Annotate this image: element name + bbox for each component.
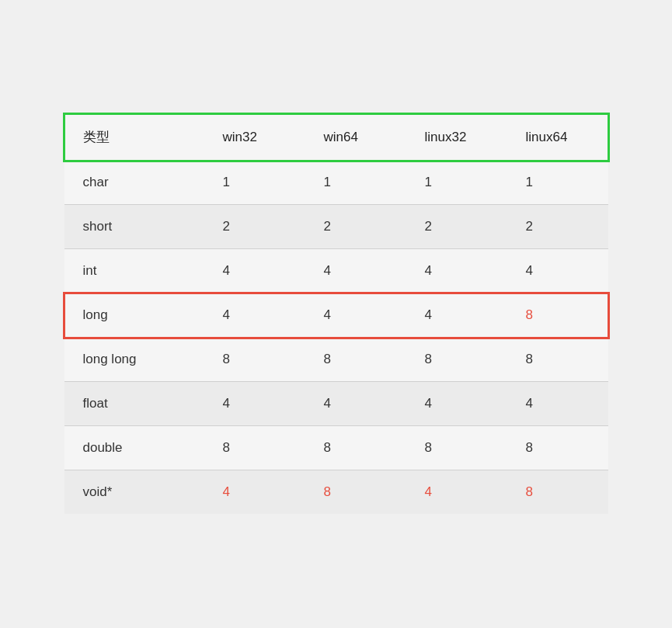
cell-linux32: 2: [406, 205, 507, 249]
cell-linux64: 4: [507, 382, 608, 426]
cell-linux32: 1: [406, 161, 507, 205]
cell-linux64: 8: [507, 293, 608, 338]
header-type: 类型: [64, 114, 204, 161]
table-row: double8888: [64, 426, 608, 470]
cell-win32: 4: [204, 382, 305, 426]
cell-linux32: 8: [406, 338, 507, 382]
table-container: 类型 win32 win64 linux32 linux64 char1111s…: [49, 99, 624, 529]
table-row: char1111: [64, 161, 608, 205]
cell-type: void*: [64, 470, 204, 515]
cell-type: long: [64, 293, 204, 338]
cell-type: long long: [64, 338, 204, 382]
cell-linux64: 1: [507, 161, 608, 205]
cell-win64: 2: [305, 205, 406, 249]
cell-linux64: 8: [507, 426, 608, 470]
table-row: long4448: [64, 293, 608, 338]
cell-linux32: 4: [406, 382, 507, 426]
cell-type: float: [64, 382, 204, 426]
header-linux64: linux64: [507, 114, 608, 161]
cell-win32: 4: [204, 470, 305, 515]
cell-win32: 2: [204, 205, 305, 249]
header-row: 类型 win32 win64 linux32 linux64: [64, 114, 608, 161]
cell-win64: 8: [305, 338, 406, 382]
cell-linux64: 4: [507, 249, 608, 293]
cell-linux64: 8: [507, 338, 608, 382]
cell-type: double: [64, 426, 204, 470]
cell-win64: 4: [305, 249, 406, 293]
cell-win64: 4: [305, 293, 406, 338]
cell-win32: 1: [204, 161, 305, 205]
data-table: 类型 win32 win64 linux32 linux64 char1111s…: [64, 114, 608, 514]
cell-win32: 8: [204, 338, 305, 382]
cell-type: char: [64, 161, 204, 205]
cell-win64: 1: [305, 161, 406, 205]
table-row: float4444: [64, 382, 608, 426]
cell-linux32: 8: [406, 426, 507, 470]
cell-win64: 8: [305, 470, 406, 515]
header-win32: win32: [204, 114, 305, 161]
cell-win32: 8: [204, 426, 305, 470]
header-linux32: linux32: [406, 114, 507, 161]
table-row: int4444: [64, 249, 608, 293]
table-row: long long8888: [64, 338, 608, 382]
cell-linux64: 8: [507, 470, 608, 515]
header-win64: win64: [305, 114, 406, 161]
cell-type: int: [64, 249, 204, 293]
cell-win32: 4: [204, 293, 305, 338]
cell-win64: 8: [305, 426, 406, 470]
cell-linux32: 4: [406, 470, 507, 515]
table-row: void*4848: [64, 470, 608, 515]
cell-linux64: 2: [507, 205, 608, 249]
cell-win64: 4: [305, 382, 406, 426]
cell-linux32: 4: [406, 293, 507, 338]
cell-linux32: 4: [406, 249, 507, 293]
cell-win32: 4: [204, 249, 305, 293]
cell-type: short: [64, 205, 204, 249]
table-row: short2222: [64, 205, 608, 249]
